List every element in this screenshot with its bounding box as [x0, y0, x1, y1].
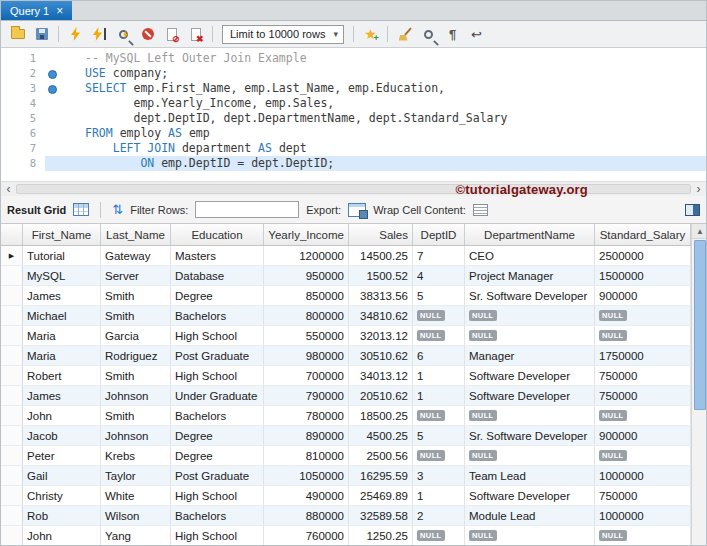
row-marker[interactable]: [1, 286, 23, 305]
cell-yearly_income[interactable]: 810000: [264, 446, 349, 465]
cell-last_name[interactable]: Server: [101, 266, 171, 285]
cell-standard_salary[interactable]: NULL: [595, 326, 691, 345]
editor-line-3[interactable]: 3SELECT emp.First_Name, emp.Last_Name, e…: [1, 81, 706, 96]
editor-line-1[interactable]: 1-- MySQL Left Outer Join Example: [1, 51, 706, 66]
filter-sort-arrows-icon[interactable]: ⇅: [112, 203, 123, 216]
cell-first_name[interactable]: James: [23, 286, 101, 305]
cell-yearly_income[interactable]: 1200000: [264, 246, 349, 265]
vertical-scrollbar[interactable]: ▲: [691, 224, 707, 546]
row-marker[interactable]: [1, 386, 23, 405]
column-header-sales[interactable]: Sales: [349, 224, 413, 245]
cell-last_name[interactable]: Johnson: [101, 426, 171, 445]
editor-line-2[interactable]: 2USE company;: [1, 66, 706, 81]
cell-first_name[interactable]: Gail: [23, 466, 101, 485]
cell-first_name[interactable]: John: [23, 526, 101, 545]
cell-sales[interactable]: 4500.25: [349, 426, 413, 445]
filter-rows-input[interactable]: [195, 201, 299, 218]
cell-last_name[interactable]: Gateway: [101, 246, 171, 265]
cell-yearly_income[interactable]: 890000: [264, 426, 349, 445]
cell-sales[interactable]: 38313.56: [349, 286, 413, 305]
cell-yearly_income[interactable]: 490000: [264, 486, 349, 505]
table-row[interactable]: ChristyWhiteHigh School49000025469.891So…: [1, 486, 691, 506]
cell-sales[interactable]: 14500.25: [349, 246, 413, 265]
cell-sales[interactable]: 32013.12: [349, 326, 413, 345]
cell-first_name[interactable]: MySQL: [23, 266, 101, 285]
find-button[interactable]: [417, 23, 440, 45]
execute-current-statement-button[interactable]: [88, 23, 111, 45]
cell-yearly_income[interactable]: 1050000: [264, 466, 349, 485]
cell-deptid[interactable]: 5: [413, 286, 465, 305]
cell-last_name[interactable]: Yang: [101, 526, 171, 545]
cell-deptid[interactable]: 1: [413, 366, 465, 385]
column-header-last_name[interactable]: Last_Name: [101, 224, 171, 245]
row-marker[interactable]: [1, 346, 23, 365]
cell-last_name[interactable]: Smith: [101, 286, 171, 305]
table-row[interactable]: MichaelSmithBachelors80000034810.62NULLN…: [1, 306, 691, 326]
cell-departmentname[interactable]: NULL: [465, 406, 595, 425]
cell-deptid[interactable]: NULL: [413, 306, 465, 325]
cell-education[interactable]: High School: [171, 366, 264, 385]
cell-standard_salary[interactable]: NULL: [595, 446, 691, 465]
cell-first_name[interactable]: Robert: [23, 366, 101, 385]
cell-standard_salary[interactable]: 750000: [595, 386, 691, 405]
table-row[interactable]: MariaRodriguezPost Graduate98000030510.6…: [1, 346, 691, 366]
cell-yearly_income[interactable]: 880000: [264, 506, 349, 525]
table-row[interactable]: JamesJohnsonUnder Graduate79000020510.62…: [1, 386, 691, 406]
cell-yearly_income[interactable]: 760000: [264, 526, 349, 545]
save-snippet-button[interactable]: ★+: [359, 23, 382, 45]
cell-sales[interactable]: 16295.59: [349, 466, 413, 485]
cell-departmentname[interactable]: NULL: [465, 326, 595, 345]
cell-last_name[interactable]: Johnson: [101, 386, 171, 405]
cell-yearly_income[interactable]: 850000: [264, 286, 349, 305]
cell-first_name[interactable]: Maria: [23, 346, 101, 365]
cell-sales[interactable]: 20510.62: [349, 386, 413, 405]
table-row[interactable]: JohnYangHigh School7600001250.25NULLNULL…: [1, 526, 691, 546]
cell-deptid[interactable]: 3: [413, 466, 465, 485]
cell-sales[interactable]: 1250.25: [349, 526, 413, 545]
cell-first_name[interactable]: Maria: [23, 326, 101, 345]
cell-education[interactable]: Post Graduate: [171, 346, 264, 365]
cell-education[interactable]: Degree: [171, 446, 264, 465]
cell-last_name[interactable]: Krebs: [101, 446, 171, 465]
table-row[interactable]: MariaGarciaHigh School55000032013.12NULL…: [1, 326, 691, 346]
cell-deptid[interactable]: NULL: [413, 406, 465, 425]
result-grid-icon[interactable]: [73, 203, 89, 216]
cell-sales[interactable]: 2500.56: [349, 446, 413, 465]
cell-departmentname[interactable]: NULL: [465, 446, 595, 465]
cell-deptid[interactable]: 1: [413, 486, 465, 505]
cell-first_name[interactable]: Christy: [23, 486, 101, 505]
explain-plan-button[interactable]: [112, 23, 135, 45]
cell-departmentname[interactable]: CEO: [465, 246, 595, 265]
cell-last_name[interactable]: Taylor: [101, 466, 171, 485]
cell-departmentname[interactable]: Software Developer: [465, 366, 595, 385]
cell-education[interactable]: Degree: [171, 426, 264, 445]
cell-sales[interactable]: 18500.25: [349, 406, 413, 425]
column-header-education[interactable]: Education: [171, 224, 264, 245]
cell-standard_salary[interactable]: NULL: [595, 526, 691, 545]
cell-standard_salary[interactable]: NULL: [595, 306, 691, 325]
cell-deptid[interactable]: 2: [413, 506, 465, 525]
cell-last_name[interactable]: Smith: [101, 366, 171, 385]
cell-education[interactable]: High School: [171, 326, 264, 345]
cell-standard_salary[interactable]: 900000: [595, 426, 691, 445]
cell-deptid[interactable]: NULL: [413, 326, 465, 345]
toggle-invisible-characters-button[interactable]: ¶: [441, 23, 464, 45]
cell-departmentname[interactable]: Module Lead: [465, 506, 595, 525]
cell-education[interactable]: Bachelors: [171, 406, 264, 425]
cell-departmentname[interactable]: Software Developer: [465, 486, 595, 505]
cell-first_name[interactable]: John: [23, 406, 101, 425]
scrollbar-thumb[interactable]: [694, 240, 706, 410]
rollback-button[interactable]: ✖: [184, 23, 207, 45]
cell-deptid[interactable]: NULL: [413, 526, 465, 545]
cell-standard_salary[interactable]: 900000: [595, 286, 691, 305]
cell-first_name[interactable]: Tutorial: [23, 246, 101, 265]
cell-sales[interactable]: 34013.12: [349, 366, 413, 385]
stop-query-button[interactable]: [136, 23, 159, 45]
scroll-right-arrow-icon[interactable]: ›: [691, 183, 706, 196]
cell-standard_salary[interactable]: 750000: [595, 366, 691, 385]
table-row[interactable]: ▶TutorialGatewayMasters120000014500.257C…: [1, 246, 691, 266]
save-script-button[interactable]: [30, 23, 53, 45]
cell-departmentname[interactable]: Manager: [465, 346, 595, 365]
column-header-standard_salary[interactable]: Standard_Salary: [595, 224, 691, 245]
editor-line-4[interactable]: 4 emp.Yearly_Income, emp.Sales,: [1, 96, 706, 111]
